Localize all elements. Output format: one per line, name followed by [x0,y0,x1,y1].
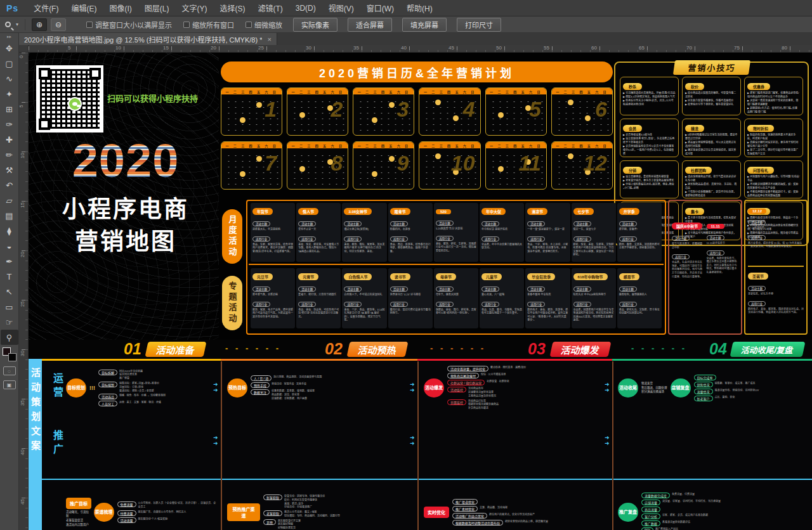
document-canvas[interactable]: 扫码可以获得小程序扶持 2020 小程序电商 营销地图 2020营销日历&全年营… [29,53,812,530]
menu-item[interactable]: 3D(D) [289,0,322,16]
tool-button[interactable]: ▱ [1,193,18,208]
wechat-icon [68,97,82,111]
tool-button[interactable]: T [1,269,18,284]
industry-text: 美妆、珠宝、鲜花等，可设置情人节专题，单身人群犒劳自己，情侣为TA挑选心意的礼品… [298,243,339,254]
theme-text: 5.20因真爱“告白”大促销 [436,227,476,231]
festival-name: 元旦节 [252,273,273,280]
industry-text: 鲜花、珠宝、美妆、生鲜等，定制鲜花类用户可推出浪漫购物活动，节日文案可以走心提案… [573,243,614,257]
tool-button[interactable]: ⚒ [1,162,18,178]
highlight-date-dot [568,100,573,105]
menu-item[interactable]: 帮助(H) [400,0,439,16]
map-node: 新客获取裂变活动：拼团专场、快速传播活动 砍价：利用好友裂变传播更快 满减：新送… [263,494,340,509]
map-node: 目标规划销售目标：新客+流量×转化×客单价 流量目标：订单×转化 渠道目标：增粉… [98,382,166,392]
hub-node: 推广复盘 [618,503,638,522]
festival-name: 618年中购物节 [573,273,608,280]
industry-tag: 适用行业 [481,302,499,307]
document-tab-title: 2020小程序电商营销地图.jpg @ 12.5% (扫码可以获得小程序扶持, … [24,34,262,44]
tool-button[interactable]: ⧫ [1,223,18,238]
phase-number: 01 [124,340,141,358]
month-calendar: 一 二 三 四 五 六 日 3 [353,87,414,136]
weekday-header: 一 二 三 四 五 六 日 [287,142,348,148]
menu-item[interactable]: 文字(Y) [175,0,213,16]
industry-tag: 适用行业 [252,236,270,242]
tip-card: 限时折扣 ▶ 制造的有货感，快速的抢购意义不满足多彩，利诱客户私域 ▶ 高峰设计… [744,119,803,157]
industry-text: 全品类，电商年度狂欢节，通过多类玩法对蓄水期预热发力，同时注意售后压力与物流，预… [707,257,739,275]
resize-windows-checkbox[interactable]: 调整窗口大小以满屏显示 [86,20,172,30]
zoom-in-button[interactable]: ⊕ [32,18,47,31]
tool-button[interactable]: ∿ [1,71,18,86]
ruler-label: 75 [734,45,740,51]
tool-button[interactable]: ↶ [1,178,18,193]
festival-name: 元宵节 [298,273,318,280]
topic-card: 母亲节 活动主题 母亲节，感恩大回馈 适用行业 保健品、美妆、围巾、鲜花等，高客… [434,268,478,328]
tool-button[interactable]: ▤ [1,208,18,223]
menu-item[interactable]: 图层(L) [138,0,176,16]
industry-text: 美妆、服饰、鲜花、生鲜等，加强新行业可以来打买一送一活动，情侣最爱双份送礼。 [436,242,476,253]
zoom-out-button[interactable]: ⊖ [51,18,66,31]
tool-button[interactable]: ▢ [1,56,18,71]
quick-mask-button[interactable]: ◌ [3,366,16,375]
menu-item[interactable]: 滤镜(T) [251,0,289,16]
theme-text: 通过女神之际(宠爱她) [344,228,384,231]
zoom-all-windows-checkbox[interactable]: 缩放所有窗口 [183,20,234,30]
background-color-swatch[interactable] [8,353,16,361]
theme-tag: 活动主题 [573,287,591,292]
theme-tag: 活动主题 [527,221,545,226]
tool-button[interactable]: ✏ [1,147,18,162]
panel-grip-icon[interactable]: ▸▸ [7,33,11,41]
hub-node: 店铺复盘 [671,378,691,398]
highlight-date-dot [435,100,441,105]
phase-number: 03 [528,340,546,358]
tool-button[interactable]: ✒ [1,254,18,269]
tool-button[interactable]: ✥ [1,41,18,56]
close-icon[interactable]: × [267,36,271,43]
dash-divider: - - - - - - [225,344,281,353]
weekday-header: 一 二 三 四 五 六 日 [221,88,282,94]
monthly-card: 情人节 活动主题 爱你不止这一天 适用行业 美妆、珠宝、鲜花等，可设置情人节专题… [296,203,341,262]
document-tab-bar: 2020小程序电商营销地图.jpg @ 12.5% (扫码可以获得小程序扶持, … [19,33,812,46]
tool-button[interactable]: ✑ [1,117,18,132]
tool-button[interactable]: ✦ [1,86,18,101]
industry-text: 食品、周边、旅游等，结合春日出行场景，推荐便携食品、踏青户外装备。 [390,243,431,254]
ruler-label: 55 [544,45,549,51]
menu-item[interactable]: 视图(V) [322,0,360,16]
festival-name: 清凉节 [527,208,547,215]
tool-button[interactable]: ⚲ [1,330,18,345]
phase-header-bar: 01 活动准备 - - - - - - 02 活动预热 - - - - - - … [29,340,812,359]
industry-tag: 适用行业 [436,302,454,307]
color-swatches[interactable] [3,347,16,361]
screen-mode-button[interactable]: ▣ [3,380,16,389]
tool-button[interactable]: ↖ [1,284,18,299]
actual-pixels-button[interactable]: 实际像素 [293,18,337,32]
tool-button[interactable]: ✚ [1,132,18,147]
map-node: 新老客户占比、复购、转化 [694,396,759,401]
zoom-tool-icon [5,22,11,27]
document-tab[interactable]: 2020小程序电商营销地图.jpg @ 12.5% (扫码可以获得小程序扶持, … [19,33,277,46]
menu-item[interactable]: 文件(F) [27,0,65,16]
checkbox-icon [183,22,190,28]
scrubby-zoom-checkbox[interactable]: 细微缩放 [246,20,282,30]
tool-preset-caret-icon[interactable]: ▾ [16,22,18,27]
menu-item[interactable]: 图像(I) [103,0,138,16]
theme-text: 童心未泯，六一起嗨 [481,293,522,297]
tool-button[interactable]: ☞ [1,314,18,330]
flow-arrow-icon: ➜ ➜ [605,435,610,447]
industry-tag: 适用行业 [436,236,454,241]
map-node: 免费流量公众号粉丝、社群人员（“企业微信”好友、历史订单）、店铺会员、企业员工 [117,501,218,509]
menu-item[interactable]: 窗口(W) [360,0,400,16]
map-node: 其他朋友圈裂变打开文案 朋友圈好物圈 好物圈处理发货 [263,519,340,530]
double12-card: 12.12 活动主题 12.12年末狂欢 适用行业 各行业重点，趁历史双 11 … [748,204,804,266]
highlight-date-dot [372,117,377,123]
tool-button[interactable]: ◒ [1,238,18,254]
fit-screen-button[interactable]: 适合屏幕 [348,18,392,32]
print-size-button[interactable]: 打印尺寸 [457,18,501,32]
menu-item[interactable]: 编辑(E) [65,0,103,16]
tip-label: 秒杀 [623,83,642,90]
map-node: 活动监控活动商品库存 店铺整体流量转化效果 主推商品流量及转化情况 [447,387,526,398]
industry-tag: 适用行业 [344,302,362,307]
tool-button[interactable]: ⊞ [1,101,18,117]
fill-screen-button[interactable]: 填充屏幕 [402,18,447,32]
tool-button[interactable]: ▭ [1,299,18,314]
menu-item[interactable]: 选择(S) [213,0,251,16]
weekday-header: 一 二 三 四 五 六 日 [353,142,414,148]
